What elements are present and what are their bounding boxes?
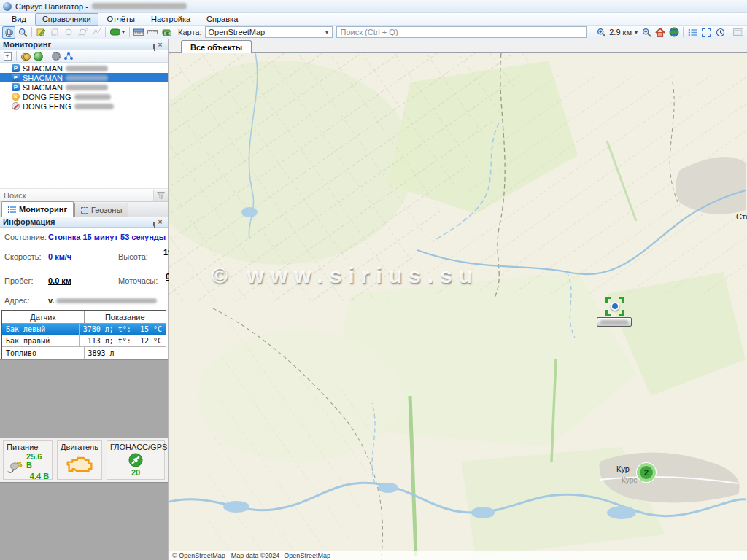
sensor-table-header: Датчик Показание	[2, 311, 166, 324]
vehicle-row[interactable]: P SHACMAN	[0, 82, 168, 92]
toolbar-separator	[129, 27, 130, 37]
select-rect-tool-button[interactable]	[48, 26, 61, 39]
sensor-table: Датчик Показание Бак левый 3780 л; t°: 1…	[1, 310, 166, 359]
close-panel-button[interactable]: ×	[155, 40, 165, 49]
polygon-tool-button[interactable]	[76, 26, 89, 39]
sensor-row[interactable]: Бак левый 3780 л; t°: 15 °C	[2, 324, 166, 335]
object-list-button[interactable]	[686, 26, 699, 39]
sensor-col-header: Датчик	[2, 311, 85, 323]
map-select-label: Карта:	[178, 28, 202, 36]
vehicle-plate-redacted	[66, 66, 108, 71]
vehicle-cluster-marker[interactable]: 2	[637, 463, 656, 482]
groups-button[interactable]	[63, 51, 74, 61]
map-provider-select[interactable]: OpenStreetMap ▾	[205, 26, 333, 38]
globe-icon	[669, 27, 679, 37]
vehicle-row[interactable]: ✕ DONG FENG	[0, 92, 168, 101]
polyline-tool-icon	[92, 28, 101, 36]
home-button[interactable]	[654, 26, 667, 39]
track-color-button[interactable]	[108, 26, 127, 39]
scale-dropdown-icon[interactable]: ▾	[635, 29, 638, 36]
menu-nastroika[interactable]: Настройка	[144, 13, 198, 26]
filter-button[interactable]	[153, 190, 168, 201]
vehicle-plate-redacted	[600, 320, 628, 324]
dock-empty-area	[0, 359, 168, 438]
vehicle-status-row: Питание 25.6 В 4.4 В	[0, 438, 168, 482]
expand-all-button[interactable]: +	[2, 51, 12, 61]
map-canvas[interactable]: © www.sirius.su Степ Кур Курс 2 © OpenSt…	[169, 53, 747, 560]
tab-monitoring[interactable]: Мониторинг	[1, 201, 74, 217]
circle-tool-icon	[64, 28, 73, 36]
vehicle-plate-redacted	[66, 75, 108, 81]
left-dock-panel: Мониторинг × + P SHACMAN	[0, 39, 169, 560]
menu-spravochniki[interactable]: Справочники	[35, 13, 98, 26]
map-search-input[interactable]	[336, 26, 587, 38]
measure-distance-button[interactable]	[132, 26, 145, 39]
close-panel-button[interactable]: ×	[155, 217, 165, 226]
satellite-count: 20	[131, 468, 140, 477]
menu-vid[interactable]: Вид	[4, 13, 34, 26]
speed-label: Скорость:	[4, 252, 48, 261]
measure-area-button[interactable]	[146, 26, 159, 39]
vehicle-tree: P SHACMAN P SHACMAN P SHACMAN ✕ DONG FEN…	[0, 63, 168, 111]
zoom-select-button[interactable]	[16, 26, 29, 39]
sensor-value: 3893 л	[85, 347, 166, 359]
voltage-backup: 4.4 В	[30, 472, 49, 481]
power-plug-icon	[7, 458, 23, 474]
minimap-button[interactable]	[732, 26, 745, 39]
vehicle-row[interactable]: P SHACMAN	[0, 63, 168, 73]
vehicle-search-input[interactable]	[0, 191, 153, 200]
map-scale-value[interactable]: 2.9 км	[609, 28, 632, 36]
rect-tool-icon	[50, 28, 59, 36]
info-fields: Состояние: Стоянка 15 минут 53 секунды С…	[0, 228, 168, 307]
vehicle-name: SHACMAN	[23, 83, 63, 92]
mileage-value[interactable]: 0,0 км	[48, 276, 118, 285]
menu-otchety[interactable]: Отчёты	[100, 13, 142, 26]
vehicle-row[interactable]: DONG FENG	[0, 101, 168, 111]
vehicle-map-label[interactable]	[597, 317, 632, 327]
status-warning-icon: ✕	[12, 93, 20, 101]
power-groupbox: Питание 25.6 В 4.4 В	[3, 440, 53, 480]
cost-button[interactable]: $	[160, 26, 173, 39]
menu-bar: Вид Справочники Отчёты Настройка Справка	[0, 13, 747, 26]
magnifier-icon	[18, 28, 28, 37]
toolbar-separator	[31, 27, 32, 37]
altitude-label: Высота:	[118, 252, 163, 261]
show-on-map-button[interactable]	[33, 51, 43, 61]
zoom-out-button[interactable]	[640, 26, 653, 39]
map-town-label-step: Степ	[736, 212, 747, 221]
vehicle-plate-redacted	[74, 94, 111, 100]
find-vehicle-button[interactable]	[20, 51, 31, 61]
zoom-in-button[interactable]	[595, 26, 608, 39]
map-tab-strip: Все объекты	[169, 39, 747, 53]
power-label: Питание	[7, 443, 49, 451]
app-icon	[3, 2, 12, 11]
history-button[interactable]	[713, 26, 727, 39]
monitoring-panel-header: Мониторинг ×	[0, 39, 168, 50]
list-icon	[8, 206, 16, 213]
vehicle-row-selected[interactable]: P SHACMAN	[0, 73, 168, 82]
selected-vehicle-marker[interactable]	[605, 297, 624, 316]
fit-objects-button[interactable]	[700, 26, 713, 39]
tab-geozones[interactable]: Геозоны	[74, 203, 128, 217]
attribution-link[interactable]: OpenStreetMap	[282, 552, 333, 559]
selection-bracket-icon	[619, 310, 624, 316]
engine-groupbox: Двигатель	[57, 440, 102, 480]
settings-button[interactable]	[51, 51, 61, 61]
pan-tool-button[interactable]	[2, 26, 15, 39]
sensor-row[interactable]: Топливо 3893 л	[2, 347, 166, 359]
map-tab-all-objects[interactable]: Все объекты	[181, 40, 252, 53]
vehicle-name: DONG FENG	[23, 93, 71, 101]
sensor-row[interactable]: Бак правый 113 л; t°: 12 °C	[2, 335, 166, 347]
sensor-value: 113 л; t°: 12 °C	[80, 335, 166, 346]
vehicle-plate-redacted	[74, 104, 114, 109]
main-toolbar: $ Карта: OpenStreetMap ▾ 2.9 км ▾	[0, 26, 747, 39]
circle-tool-button[interactable]	[62, 26, 75, 39]
menu-spravka[interactable]: Справка	[199, 13, 245, 26]
title-bar: Сириус Навигатор -	[0, 0, 747, 13]
address-redacted	[56, 298, 157, 303]
chevron-down-icon: ▾	[322, 28, 332, 36]
list-icon	[688, 28, 697, 36]
polyline-tool-button[interactable]	[90, 26, 103, 39]
map-edit-button[interactable]	[34, 26, 47, 39]
globe-button[interactable]	[667, 26, 681, 39]
